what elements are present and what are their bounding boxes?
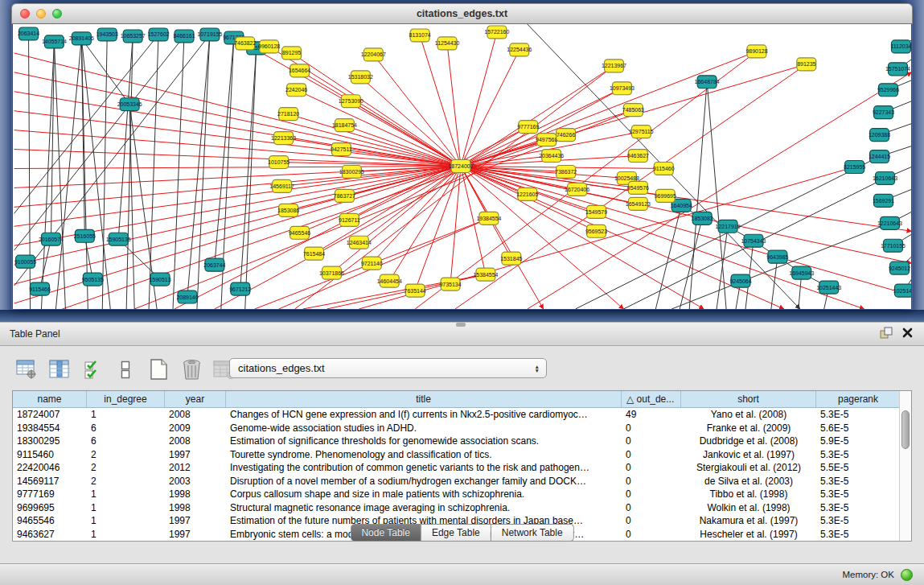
graph-node[interactable]: 12463414	[347, 236, 372, 249]
graph-node[interactable]: 1531845	[500, 252, 522, 265]
graph-node[interactable]: 891235	[797, 58, 816, 71]
graph-node[interactable]: 9126711	[339, 213, 360, 226]
graph-node[interactable]: 20160574	[39, 233, 64, 245]
graph-node[interactable]: 10251443	[816, 281, 841, 294]
graph-edge[interactable]	[187, 35, 210, 297]
graph-edge[interactable]	[14, 36, 184, 250]
graph-node[interactable]: 7386372	[555, 166, 577, 179]
graph-node[interactable]: 9227343	[873, 106, 894, 119]
graph-node[interactable]: 12210643	[877, 216, 902, 229]
graph-node[interactable]: 1943503	[97, 28, 118, 41]
graph-node[interactable]: 1853083	[692, 212, 713, 225]
graph-node[interactable]: 2516055	[74, 229, 96, 242]
graph-node[interactable]: 9529966	[877, 84, 899, 97]
table-scrollbar[interactable]	[899, 391, 911, 541]
graph-node[interactable]: 9671212	[229, 282, 251, 295]
graph-node[interactable]: 7615484	[303, 247, 325, 260]
row-selection-button[interactable]	[80, 356, 105, 382]
graph-node[interactable]: 16210643	[873, 171, 897, 184]
graph-node[interactable]: 1654664	[289, 64, 310, 77]
graph-edge[interactable]	[173, 36, 184, 309]
graph-node[interactable]: 20364436	[539, 150, 564, 163]
graph-edge[interactable]	[372, 167, 461, 264]
graph-node[interactable]: 12204067	[361, 48, 386, 61]
graph-node[interactable]: 2089140	[176, 290, 198, 303]
graph-node[interactable]: 9721140	[361, 257, 383, 270]
graph-node[interactable]: 16648784	[695, 76, 720, 89]
graph-node[interactable]: 9549576	[627, 181, 649, 194]
graph-edge[interactable]	[215, 38, 234, 265]
table-row[interactable]: 1456911722003Disruption of a novel membe…	[13, 475, 901, 488]
graph-node[interactable]: 1025144	[893, 284, 912, 297]
graph-edge[interactable]	[373, 55, 461, 167]
close-panel-icon[interactable]	[902, 327, 913, 341]
graph-node[interactable]: 16549123	[626, 197, 651, 210]
graph-node[interactable]: 1244415	[869, 150, 890, 163]
graph-node[interactable]: 2242046	[285, 84, 307, 97]
graph-node[interactable]: 12213363	[271, 132, 296, 145]
graph-edge[interactable]	[447, 43, 461, 167]
column-header-year[interactable]: year	[165, 391, 226, 407]
graph-node[interactable]: 20053346	[117, 98, 142, 111]
column-header-indegree[interactable]: in_degree	[87, 391, 165, 407]
table-row[interactable]: 1830029562008Estimation of significance …	[13, 435, 901, 448]
column-header-outde[interactable]: △ out_de...	[622, 391, 681, 407]
graph-node[interactable]: 2063414	[18, 27, 39, 40]
graph-node[interactable]: 1527602	[147, 28, 169, 41]
graph-node[interactable]: 15384554	[473, 268, 498, 281]
graph-edge[interactable]	[415, 51, 757, 309]
graph-node[interactable]: 1590513	[149, 273, 170, 286]
column-header-title[interactable]: title	[226, 391, 622, 407]
graph-node[interactable]: 10371866	[319, 266, 344, 279]
graph-node[interactable]: 9960128	[258, 40, 280, 53]
tab-node-table[interactable]: Node Table	[350, 524, 421, 542]
graph-node[interactable]: 9115460	[653, 163, 675, 175]
graph-node[interactable]: 14604454	[377, 274, 402, 287]
network-window-titlebar[interactable]: citations_edges.txt	[11, 3, 913, 24]
graph-node[interactable]: 9505135	[82, 273, 104, 286]
graph-node[interactable]: 16945943	[789, 266, 814, 279]
graph-node[interactable]: 8466161	[173, 30, 195, 43]
graph-node[interactable]: 1569291	[873, 194, 894, 207]
new-table-button[interactable]	[146, 356, 170, 382]
graph-edge[interactable]	[282, 167, 461, 187]
graph-node[interactable]: 9643985	[766, 250, 788, 263]
graph-edge[interactable]	[461, 167, 911, 264]
graph-node[interactable]: 8215955	[844, 161, 865, 174]
splitter-handle[interactable]	[456, 323, 466, 327]
graph-node[interactable]: 12975115	[629, 126, 654, 138]
graph-node[interactable]: 1010755	[268, 156, 290, 169]
graph-node[interactable]: 8131074	[409, 29, 431, 42]
graph-node[interactable]: 9465546	[289, 226, 310, 239]
table-row[interactable]: 911546021997Tourette syndrome. Phenomeno…	[13, 448, 901, 462]
graph-edge[interactable]	[240, 48, 257, 289]
graph-node[interactable]: 17710155	[881, 239, 906, 252]
graph-node[interactable]: 7863727	[334, 189, 355, 202]
column-visibility-button[interactable]	[47, 356, 72, 382]
graph-node[interactable]: 7463822	[234, 37, 256, 50]
table-options-button[interactable]	[14, 356, 39, 382]
graph-node[interactable]: 10973493	[610, 82, 634, 95]
graph-node[interactable]: 2718120	[277, 108, 299, 121]
graph-edge[interactable]	[289, 114, 461, 167]
graph-node[interactable]: 746266	[556, 129, 576, 142]
graph-edge[interactable]	[717, 226, 728, 309]
graph-node[interactable]: 12254436	[507, 43, 532, 56]
graph-node[interactable]: 9569523	[585, 225, 607, 237]
network-graph[interactable]: 2063414140557142089140619435031065325715…	[13, 24, 912, 309]
network-view-canvas[interactable]: 2063414140557142089140619435031065325715…	[12, 24, 912, 309]
graph-node[interactable]: 12753090	[339, 95, 363, 108]
delete-table-button[interactable]	[179, 356, 203, 382]
graph-node[interactable]: 14055714	[42, 35, 67, 48]
table-row[interactable]: 2242004622012Investigating the contribut…	[13, 461, 901, 475]
graph-node[interactable]: 10653257	[121, 30, 146, 43]
graph-edge[interactable]	[14, 167, 461, 188]
graph-node[interactable]: 16720406	[565, 183, 589, 196]
graph-node[interactable]: 9427511	[331, 143, 352, 156]
graph-node[interactable]: 18184754	[332, 119, 357, 132]
graph-node[interactable]: 18724007	[448, 160, 473, 173]
graph-edge[interactable]	[14, 53, 461, 167]
graph-node[interactable]: 9245012	[889, 262, 910, 274]
graph-node[interactable]: 15722160	[484, 26, 509, 39]
graph-edge[interactable]	[771, 257, 778, 309]
